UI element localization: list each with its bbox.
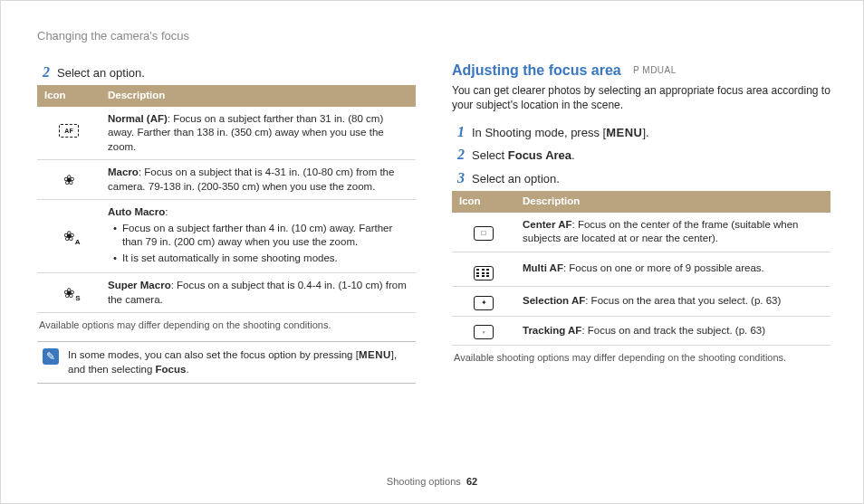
step-text: Select an option.: [57, 65, 145, 81]
desc-cell: Auto Macro: Focus on a subject farther t…: [101, 200, 416, 273]
desc-cell: Macro: Focus on a subject that is 4-31 i…: [101, 160, 416, 200]
step-number: 3: [452, 168, 465, 188]
tip-pre: In some modes, you can also set the focu…: [68, 349, 359, 360]
footer-section: Shooting options: [387, 476, 461, 487]
auto-macro-icon: ❀: [37, 200, 101, 273]
section-header: Adjusting the focus area P MDUAL: [452, 61, 830, 82]
option-name: Tracking AF: [523, 325, 581, 336]
bullet-list: Focus on a subject farther than 4 in. (1…: [108, 222, 408, 266]
multi-af-icon: [452, 252, 515, 286]
option-name: Auto Macro: [108, 206, 165, 217]
section-intro: You can get clearer photos by selecting …: [452, 83, 830, 112]
table-row: Multi AF: Focus on one or more of 9 poss…: [452, 252, 830, 286]
step-2: 2 Select an option.: [37, 62, 416, 82]
footnote: Available options may differ depending o…: [39, 319, 416, 332]
table-row: ❀ Super Macro: Focus on a subject that i…: [37, 273, 416, 313]
option-name: Multi AF: [523, 262, 563, 273]
desc-cell: Multi AF: Focus on one or more of 9 poss…: [515, 252, 830, 286]
step-number: 2: [37, 62, 50, 82]
super-macro-icon: ❀: [37, 273, 101, 313]
step-number: 2: [452, 145, 465, 165]
right-column: Adjusting the focus area P MDUAL You can…: [452, 61, 830, 385]
option-name: Normal (AF): [108, 113, 168, 124]
step-number: 1: [452, 122, 465, 142]
note-icon: [43, 348, 59, 365]
option-desc: : Focus on a subject that is 4-31 in. (1…: [108, 166, 394, 192]
option-name: Selection AF: [523, 295, 585, 306]
option-desc: : Focus on one or more of 9 possible are…: [563, 262, 764, 273]
option-desc: : Focus on and track the subject. (p. 63…: [581, 325, 765, 336]
step-post: .: [571, 148, 575, 162]
step-pre: Select: [472, 148, 508, 162]
step-text: Select Focus Area.: [472, 147, 575, 164]
desc-cell: Selection AF: Focus on the area that you…: [515, 286, 830, 316]
tip-post: .: [186, 364, 188, 375]
selection-af-icon: [452, 286, 515, 316]
normal-af-icon: [37, 107, 101, 160]
option-name: Macro: [108, 166, 139, 177]
tip-text: In some modes, you can also set the focu…: [68, 348, 410, 376]
tracking-af-icon: [452, 316, 515, 346]
menu-chip: MENU: [359, 348, 391, 363]
desc-cell: Tracking AF: Focus on and track the subj…: [515, 316, 830, 346]
th-description: Description: [101, 85, 416, 107]
desc-cell: Normal (AF): Focus on a subject farther …: [101, 107, 416, 160]
menu-chip: MENU: [606, 125, 642, 141]
step-post: ].: [642, 126, 648, 139]
option-desc: : Focus on the area that you select. (p.…: [585, 295, 781, 306]
tip-bold: Focus: [156, 364, 187, 375]
left-column: 2 Select an option. Icon Description Nor…: [37, 61, 416, 385]
breadcrumb: Changing the camera's focus: [37, 28, 830, 44]
option-colon: :: [165, 206, 168, 217]
step-1: 1 In Shooting mode, press [MENU].: [452, 122, 830, 142]
footer-page-number: 62: [466, 476, 477, 487]
table-row: ❀ Macro: Focus on a subject that is 4-31…: [37, 160, 416, 200]
desc-cell: Super Macro: Focus on a subject that is …: [101, 273, 416, 313]
tip-box: In some modes, you can also set the focu…: [37, 341, 416, 384]
step-pre: In Shooting mode, press [: [472, 126, 606, 139]
mode-tags: P MDUAL: [633, 64, 677, 77]
step-text: Select an option.: [472, 171, 560, 187]
list-item: Focus on a subject farther than 4 in. (1…: [113, 222, 408, 250]
page-footer: Shooting options 62: [1, 475, 863, 489]
step-2: 2 Select Focus Area.: [452, 145, 830, 165]
desc-cell: Center AF: Focus on the center of the fr…: [515, 213, 830, 252]
option-name: Super Macro: [108, 280, 171, 290]
th-icon: Icon: [452, 191, 515, 213]
option-name: Center AF: [523, 219, 572, 230]
list-item: It is set automatically in some shooting…: [113, 252, 408, 266]
table-row: Selection AF: Focus on the area that you…: [452, 286, 830, 316]
step-text: In Shooting mode, press [MENU].: [472, 125, 649, 141]
focus-options-table: Icon Description Normal (AF): Focus on a…: [37, 85, 416, 313]
footnote: Available shooting options may differ de…: [454, 351, 830, 365]
table-row: ❀ Auto Macro: Focus on a subject farther…: [37, 200, 416, 273]
macro-icon: ❀: [37, 160, 101, 200]
table-row: Center AF: Focus on the center of the fr…: [452, 213, 830, 252]
section-heading: Adjusting the focus area: [452, 61, 621, 81]
content-columns: 2 Select an option. Icon Description Nor…: [37, 61, 830, 385]
step-bold: Focus Area: [508, 148, 571, 162]
step-3: 3 Select an option.: [452, 168, 830, 188]
table-row: Normal (AF): Focus on a subject farther …: [37, 107, 416, 160]
th-icon: Icon: [37, 85, 101, 107]
th-description: Description: [515, 191, 830, 213]
table-row: Tracking AF: Focus on and track the subj…: [452, 316, 830, 346]
manual-page: Changing the camera's focus 2 Select an …: [0, 0, 864, 504]
center-af-icon: [452, 213, 515, 252]
focus-area-table: Icon Description Center AF: Focus on the…: [452, 191, 830, 346]
